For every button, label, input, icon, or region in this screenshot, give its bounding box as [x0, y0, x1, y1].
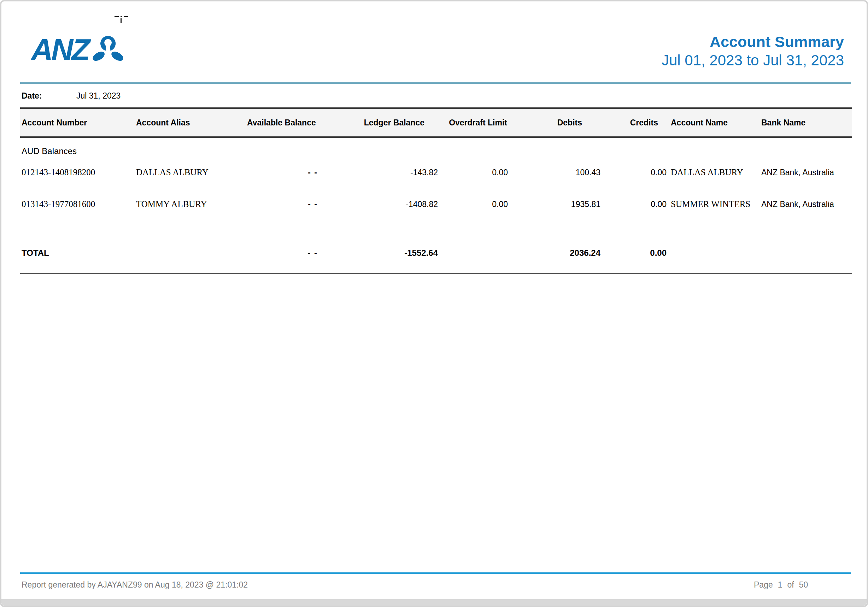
- table-total-row: TOTAL - - -1552.64 2036.24 0.00: [20, 248, 852, 258]
- cell-account-number: 013143-1977081600: [20, 199, 136, 209]
- cursor-center-dot: [121, 16, 122, 17]
- cell-debits: 100.43: [508, 168, 600, 177]
- window-bottom-edge: [2, 599, 866, 605]
- table-header-row: Account Number Account Alias Available B…: [20, 107, 852, 138]
- cell-debits: 1935.81: [508, 200, 600, 209]
- header-divider: [20, 82, 851, 84]
- date-value: Jul 31, 2023: [76, 91, 121, 101]
- col-header-available-balance: Available Balance: [247, 118, 318, 127]
- report-date-row: Date: Jul 31, 2023: [22, 91, 42, 102]
- page-label: Page: [754, 580, 773, 590]
- cell-credits: 0.00: [600, 200, 666, 209]
- cursor-vertical-dash: [121, 19, 122, 23]
- col-header-overdraft-limit: Overdraft Limit: [438, 118, 508, 127]
- cell-available-balance: - -: [247, 168, 318, 177]
- anz-logo-text: ANZ: [31, 34, 88, 65]
- table-row: 013143-1977081600 TOMMY ALBURY - - -1408…: [20, 199, 852, 209]
- col-header-debits: Debits: [508, 118, 600, 127]
- cell-available-balance: - -: [247, 200, 318, 209]
- cell-overdraft-limit: 0.00: [438, 200, 508, 209]
- table-row: 012143-1408198200 DALLAS ALBURY - - -143…: [20, 167, 852, 177]
- date-label: Date:: [22, 91, 42, 100]
- cell-bank-name: ANZ Bank, Australia: [756, 200, 852, 209]
- crosshair-cursor-icon: [115, 14, 129, 23]
- table-bottom-rule: [20, 273, 852, 274]
- cell-account-name: DALLAS ALBURY: [666, 167, 756, 177]
- cursor-left-dash: [115, 16, 119, 17]
- col-header-bank-name: Bank Name: [756, 118, 852, 127]
- page-count: 50: [799, 580, 808, 590]
- currency-section-label: AUD Balances: [22, 146, 77, 156]
- cell-bank-name: ANZ Bank, Australia: [756, 168, 852, 177]
- total-debits: 2036.24: [508, 248, 600, 258]
- report-generated-text: Report generated by AJAYANZ99 on Aug 18,…: [22, 580, 248, 590]
- col-header-account-alias: Account Alias: [136, 118, 247, 127]
- cell-account-name: SUMMER WINTERS: [666, 199, 756, 209]
- anz-person-icon: [92, 34, 123, 65]
- total-ledger-balance: -1552.64: [318, 248, 438, 258]
- account-summary-report-page: ANZ Account Summary Jul 01, 2023 to Jul …: [0, 0, 868, 607]
- cell-overdraft-limit: 0.00: [438, 168, 508, 177]
- page-indicator: Page 1 of 50: [754, 580, 808, 590]
- cell-account-number: 012143-1408198200: [20, 167, 136, 177]
- cell-account-alias: DALLAS ALBURY: [136, 167, 247, 177]
- page-number: 1: [778, 580, 783, 590]
- total-credits: 0.00: [600, 248, 666, 258]
- report-date-range: Jul 01, 2023 to Jul 31, 2023: [662, 51, 844, 70]
- cursor-right-dash: [124, 16, 128, 17]
- report-title-block: Account Summary Jul 01, 2023 to Jul 31, …: [662, 33, 844, 70]
- anz-logo: ANZ: [31, 34, 123, 65]
- cell-credits: 0.00: [600, 168, 666, 177]
- page-of-label: of: [787, 580, 794, 590]
- col-header-account-name: Account Name: [666, 118, 756, 127]
- col-header-credits: Credits: [600, 118, 666, 127]
- col-header-ledger-balance: Ledger Balance: [318, 118, 438, 127]
- cell-ledger-balance: -1408.82: [318, 200, 438, 209]
- footer-divider: [20, 572, 851, 574]
- page-title: Account Summary: [662, 33, 844, 51]
- cell-account-alias: TOMMY ALBURY: [136, 199, 247, 209]
- col-header-account-number: Account Number: [20, 118, 136, 127]
- total-available-balance: - -: [247, 248, 318, 258]
- cell-ledger-balance: -143.82: [318, 168, 438, 177]
- total-label: TOTAL: [20, 248, 136, 258]
